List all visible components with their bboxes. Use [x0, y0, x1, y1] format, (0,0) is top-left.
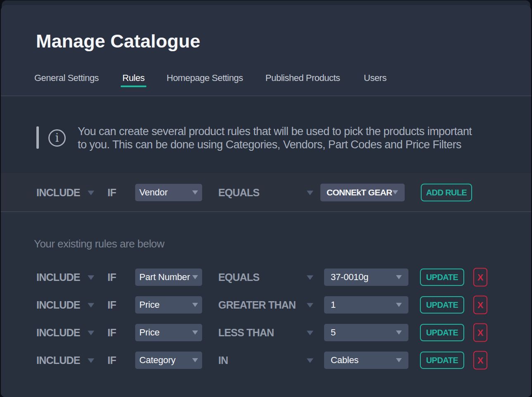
rule-include-dropdown-label[interactable]: INCLUDE [36, 299, 80, 311]
page-title: Manage Catalogue [36, 32, 200, 51]
rule-value-dropdown[interactable]: 5 [324, 324, 408, 341]
rule-include-dropdown-arrow-icon[interactable] [88, 331, 94, 335]
info-accent-bar [36, 126, 39, 149]
rule-value-dropdown-arrow-icon [396, 275, 402, 279]
rule-row: INCLUDE IF Price LESS THAN 5 UPDATE X [1, 324, 531, 341]
rule-field-dropdown[interactable]: Category [135, 352, 202, 369]
rule-include-dropdown-arrow-icon[interactable] [88, 303, 94, 308]
tab-label: General Settings [34, 73, 99, 83]
rule-field-dropdown-value: Price [135, 300, 160, 310]
rule-if-label: IF [107, 327, 116, 339]
rule-value-dropdown-arrow-icon [396, 330, 402, 335]
rule-include-dropdown-label[interactable]: INCLUDE [36, 271, 80, 283]
rule-include-dropdown-label[interactable]: INCLUDE [36, 327, 80, 339]
rule-field-dropdown[interactable]: Price [135, 324, 202, 341]
header: Manage Catalogue General Settings Rules … [1, 5, 531, 96]
field-dropdown-value: Vendor [135, 187, 168, 198]
rule-field-dropdown[interactable]: Price [135, 296, 202, 314]
rule-operator-dropdown-arrow-icon[interactable] [307, 331, 313, 335]
rule-value-dropdown[interactable]: 37-0010g [324, 269, 408, 286]
info-icon: i [48, 129, 66, 147]
tab-rules[interactable]: Rules [122, 73, 145, 83]
include-dropdown-label[interactable]: INCLUDE [36, 186, 80, 198]
tab-published-products[interactable]: Published Products [265, 73, 340, 83]
rule-operator-dropdown-label[interactable]: LESS THAN [218, 327, 274, 339]
rule-field-dropdown-arrow-icon [192, 275, 198, 279]
if-label: IF [107, 186, 116, 198]
existing-rules-heading: Your existing rules are below [34, 238, 165, 250]
value-dropdown-value: CONNEkT GEAR [320, 188, 392, 197]
rule-field-dropdown-value: Category [135, 355, 176, 366]
tab-label: Rules [122, 73, 145, 83]
rule-row: INCLUDE IF Price GREATER THAN 1 UPDATE X [1, 296, 531, 314]
rule-if-label: IF [107, 354, 116, 366]
existing-rules-section: Your existing rules are below INCLUDE IF… [1, 212, 531, 397]
delete-rule-button[interactable]: X [473, 296, 487, 314]
rule-operator-dropdown-label[interactable]: IN [218, 354, 228, 366]
update-rule-button[interactable]: UPDATE [420, 296, 464, 314]
rule-if-label: IF [107, 299, 116, 311]
rule-value-dropdown-value: 1 [324, 300, 336, 310]
rule-if-label: IF [107, 271, 116, 283]
update-rule-button[interactable]: UPDATE [420, 352, 464, 369]
rule-operator-dropdown-label[interactable]: GREATER THAN [218, 299, 296, 311]
rule-value-dropdown[interactable]: Cables [324, 352, 408, 369]
rule-field-dropdown-arrow-icon [192, 303, 198, 307]
rule-value-dropdown-value: 37-0010g [324, 272, 368, 283]
tab-label: Homepage Settings [167, 73, 243, 83]
rule-operator-dropdown-label[interactable]: EQUALS [218, 271, 259, 283]
manage-catalogue-panel: Manage Catalogue General Settings Rules … [1, 5, 531, 397]
tab-label: Published Products [265, 73, 340, 83]
active-tab-underline [121, 86, 146, 87]
delete-rule-button[interactable]: X [473, 351, 487, 370]
tab-homepage-settings[interactable]: Homepage Settings [167, 73, 243, 83]
add-rule-button[interactable]: ADD RULE [421, 183, 472, 201]
rule-field-dropdown-value: Part Number [135, 272, 190, 283]
info-text: You can create several product rules tha… [78, 125, 472, 151]
rule-value-dropdown-value: Cables [324, 355, 358, 366]
rule-include-dropdown-label[interactable]: INCLUDE [36, 354, 80, 366]
field-dropdown-arrow-icon [192, 190, 198, 195]
value-dropdown[interactable]: CONNEkT GEAR [320, 183, 405, 201]
rule-operator-dropdown-arrow-icon[interactable] [307, 276, 313, 280]
rule-builder-row: INCLUDE IF Vendor EQUALS CONNEkT GEAR AD… [1, 183, 531, 201]
field-dropdown[interactable]: Vendor [135, 184, 202, 201]
rule-field-dropdown-arrow-icon [192, 330, 198, 335]
info-text-line1: You can create several product rules tha… [78, 125, 472, 138]
rule-value-dropdown-value: 5 [324, 327, 336, 338]
tab-general-settings[interactable]: General Settings [34, 73, 99, 83]
rule-operator-dropdown-arrow-icon[interactable] [307, 303, 313, 308]
info-icon-glyph: i [55, 132, 59, 143]
delete-rule-button[interactable]: X [473, 323, 487, 342]
rule-value-dropdown[interactable]: 1 [324, 296, 408, 314]
rule-value-dropdown-arrow-icon [396, 303, 402, 307]
rule-builder: INCLUDE IF Vendor EQUALS CONNEkT GEAR AD… [1, 173, 531, 212]
rule-row: INCLUDE IF Category IN Cables UPDATE X [1, 352, 531, 369]
rule-value-dropdown-arrow-icon [396, 358, 402, 362]
rule-row: INCLUDE IF Part Number EQUALS 37-0010g U… [1, 269, 531, 286]
rule-field-dropdown[interactable]: Part Number [135, 269, 202, 286]
info-banner: i You can create several product rules t… [1, 96, 531, 173]
include-dropdown-arrow-icon[interactable] [88, 190, 94, 195]
value-dropdown-arrow-icon [392, 190, 398, 195]
operator-dropdown-arrow-icon[interactable] [307, 190, 313, 195]
rule-field-dropdown-value: Price [135, 327, 160, 338]
info-text-line2: to you. This can be done using Categorie… [78, 138, 472, 152]
rule-operator-dropdown-arrow-icon[interactable] [307, 359, 313, 363]
rule-include-dropdown-arrow-icon[interactable] [88, 359, 94, 363]
rule-include-dropdown-arrow-icon[interactable] [88, 276, 94, 280]
update-rule-button[interactable]: UPDATE [420, 324, 464, 341]
delete-rule-button[interactable]: X [473, 268, 487, 287]
tab-users[interactable]: Users [364, 73, 386, 83]
rule-field-dropdown-arrow-icon [192, 358, 198, 362]
operator-dropdown-label[interactable]: EQUALS [218, 186, 259, 198]
tab-label: Users [364, 73, 386, 83]
update-rule-button[interactable]: UPDATE [420, 269, 464, 286]
